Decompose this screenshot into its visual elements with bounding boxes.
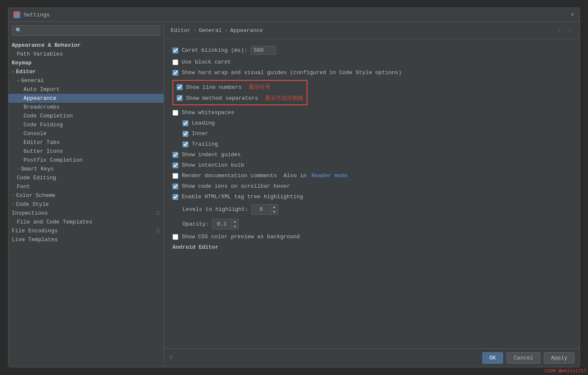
search-input[interactable] bbox=[24, 28, 156, 34]
breadcrumb-part-editor: Editor bbox=[171, 27, 191, 34]
leading-checkbox[interactable] bbox=[183, 120, 188, 126]
spinner-up-button[interactable]: ▲ bbox=[271, 205, 278, 210]
show-indent-guides-checkbox[interactable] bbox=[172, 152, 178, 158]
caret-blinking-checkbox[interactable] bbox=[172, 48, 178, 53]
show-code-lens-row: Show code lens on scrollbar hover bbox=[172, 183, 571, 189]
render-doc-comments-label[interactable]: Render documentation comments bbox=[172, 173, 277, 179]
inner-text: Inner bbox=[192, 130, 208, 137]
show-method-separators-annotation: 显示方法分割线 bbox=[265, 94, 303, 102]
show-hard-wrap-checkbox[interactable] bbox=[172, 70, 178, 76]
chevron-down-icon: ▾ bbox=[12, 69, 14, 74]
sidebar-item-keymap[interactable]: Keymap bbox=[8, 59, 164, 67]
show-method-separators-checkbox[interactable] bbox=[177, 95, 183, 101]
android-editor-section: Android Editor bbox=[172, 244, 571, 250]
trailing-checkbox[interactable] bbox=[183, 141, 188, 147]
cancel-button[interactable]: Cancel bbox=[506, 352, 540, 364]
sidebar-item-label: Code Completion bbox=[24, 113, 73, 119]
spinner-down-button[interactable]: ▼ bbox=[271, 210, 278, 215]
inner-checkbox[interactable] bbox=[183, 131, 188, 137]
sidebar-item-smart-keys[interactable]: › Smart Keys bbox=[8, 165, 164, 173]
sidebar-item-editor-tabs[interactable]: Editor Tabs bbox=[8, 138, 164, 147]
sidebar-item-appearance-behavior[interactable]: Appearance & Behavior bbox=[8, 41, 164, 50]
sidebar-item-file-encodings[interactable]: File Encodings ☰ bbox=[8, 226, 164, 235]
show-method-separators-label[interactable]: Show method separators bbox=[177, 95, 258, 101]
trailing-row: Trailing bbox=[183, 141, 571, 147]
also-in-text: Also in bbox=[283, 173, 307, 179]
sidebar-item-path-variables[interactable]: Path Variables bbox=[8, 50, 164, 59]
trailing-label[interactable]: Trailing bbox=[183, 141, 218, 147]
sidebar-item-auto-import[interactable]: Auto Import bbox=[8, 85, 164, 94]
sidebar-item-label: Live Templates bbox=[12, 237, 58, 243]
show-code-lens-label[interactable]: Show code lens on scrollbar hover bbox=[172, 183, 290, 189]
show-css-color-label[interactable]: Show CSS color preview as background bbox=[172, 234, 300, 240]
sidebar-item-font[interactable]: Font bbox=[8, 182, 164, 191]
nav-forward-button[interactable]: → bbox=[566, 26, 573, 35]
breadcrumb-bar: Editor › General › Appearance ← → bbox=[164, 22, 580, 39]
sidebar-item-code-completion[interactable]: Code Completion bbox=[8, 112, 164, 120]
ok-button[interactable]: OK bbox=[482, 352, 503, 364]
sidebar-item-inspections[interactable]: Inspections ☰ bbox=[8, 209, 164, 218]
leading-label[interactable]: Leading bbox=[183, 120, 215, 126]
opacity-input[interactable] bbox=[212, 220, 231, 228]
title-bar-left: Settings bbox=[13, 11, 50, 18]
show-line-numbers-label[interactable]: Show line numbers bbox=[177, 84, 242, 90]
show-css-color-checkbox[interactable] bbox=[172, 234, 178, 240]
search-box[interactable]: 🔍 bbox=[12, 25, 160, 36]
use-block-caret-checkbox[interactable] bbox=[172, 59, 178, 65]
leading-row: Leading bbox=[183, 120, 571, 126]
sidebar-item-appearance[interactable]: Appearance bbox=[8, 94, 164, 103]
inner-label[interactable]: Inner bbox=[183, 130, 208, 137]
use-block-caret-text: Use block caret bbox=[182, 59, 231, 65]
sidebar-item-editor[interactable]: ▾ Editor bbox=[8, 67, 164, 76]
show-whitespaces-checkbox[interactable] bbox=[172, 110, 178, 116]
opacity-spinner-up-button[interactable]: ▲ bbox=[231, 219, 238, 224]
caret-blinking-input[interactable] bbox=[251, 46, 276, 55]
close-button[interactable]: ✕ bbox=[570, 11, 575, 18]
sidebar-item-code-editing[interactable]: Code Editing bbox=[8, 173, 164, 182]
sidebar-item-console[interactable]: Console bbox=[8, 129, 164, 138]
chevron-right-icon: › bbox=[12, 202, 14, 207]
show-hard-wrap-row: Show hard wrap and visual guides (config… bbox=[172, 69, 571, 76]
sidebar-item-code-style[interactable]: › Code Style bbox=[8, 200, 164, 209]
show-intention-bulb-checkbox[interactable] bbox=[172, 162, 178, 168]
sidebar-item-general[interactable]: ▾ General bbox=[8, 76, 164, 85]
show-whitespaces-label[interactable]: Show whitespaces bbox=[172, 109, 234, 116]
sidebar-item-label: File and Code Templates bbox=[17, 219, 92, 225]
show-hard-wrap-label[interactable]: Show hard wrap and visual guides (config… bbox=[172, 69, 402, 76]
render-doc-comments-row: Render documentation comments Also in Re… bbox=[172, 173, 571, 179]
search-icon: 🔍 bbox=[16, 27, 22, 34]
sidebar-item-postfix-completion[interactable]: Postfix Completion bbox=[8, 156, 164, 165]
show-intention-bulb-text: Show intention bulb bbox=[182, 162, 244, 168]
show-indent-guides-label[interactable]: Show indent guides bbox=[172, 152, 241, 158]
sidebar-item-code-folding[interactable]: Code Folding bbox=[8, 120, 164, 129]
show-intention-bulb-label[interactable]: Show intention bulb bbox=[172, 162, 244, 168]
help-button[interactable]: ? bbox=[169, 355, 172, 362]
chevron-down-icon: ▾ bbox=[17, 78, 19, 83]
levels-to-highlight-input[interactable] bbox=[252, 205, 270, 213]
main-content: Editor › General › Appearance ← → Caret … bbox=[164, 22, 580, 367]
opacity-spinner-down-button[interactable]: ▼ bbox=[231, 224, 238, 229]
chevron-right-icon: › bbox=[17, 167, 19, 171]
show-code-lens-text: Show code lens on scrollbar hover bbox=[182, 183, 290, 189]
enable-html-xml-checkbox[interactable] bbox=[172, 194, 178, 200]
dialog-footer: ? OK Cancel Apply bbox=[164, 348, 580, 367]
sidebar-item-color-scheme[interactable]: › Color Scheme bbox=[8, 191, 164, 200]
apply-button[interactable]: Apply bbox=[544, 352, 575, 364]
sidebar-item-breadcrumbs[interactable]: Breadcrumbs bbox=[8, 103, 164, 112]
render-doc-comments-checkbox[interactable] bbox=[172, 173, 178, 179]
show-code-lens-checkbox[interactable] bbox=[172, 184, 178, 189]
levels-to-highlight-label: Levels to highlight: bbox=[183, 206, 248, 213]
show-line-numbers-checkbox[interactable] bbox=[177, 84, 183, 90]
sidebar-item-gutter-icons[interactable]: Gutter Icons bbox=[8, 147, 164, 156]
use-block-caret-label[interactable]: Use block caret bbox=[172, 59, 231, 65]
sidebar-item-label: General bbox=[21, 77, 44, 84]
caret-blinking-label[interactable]: Caret blinking (ms): bbox=[172, 47, 247, 53]
sidebar-item-live-templates[interactable]: Live Templates bbox=[8, 235, 164, 244]
caret-blinking-text: Caret blinking (ms): bbox=[182, 47, 247, 53]
show-whitespaces-row: Show whitespaces bbox=[172, 109, 571, 116]
footer-buttons: OK Cancel Apply bbox=[482, 352, 575, 364]
reader-mode-link[interactable]: Reader mode bbox=[312, 173, 348, 179]
nav-back-button[interactable]: ← bbox=[556, 26, 563, 35]
enable-html-xml-label[interactable]: Enable HTML/XML tag tree highlighting bbox=[172, 194, 303, 200]
sidebar-item-file-code-templates[interactable]: File and Code Templates bbox=[8, 218, 164, 226]
